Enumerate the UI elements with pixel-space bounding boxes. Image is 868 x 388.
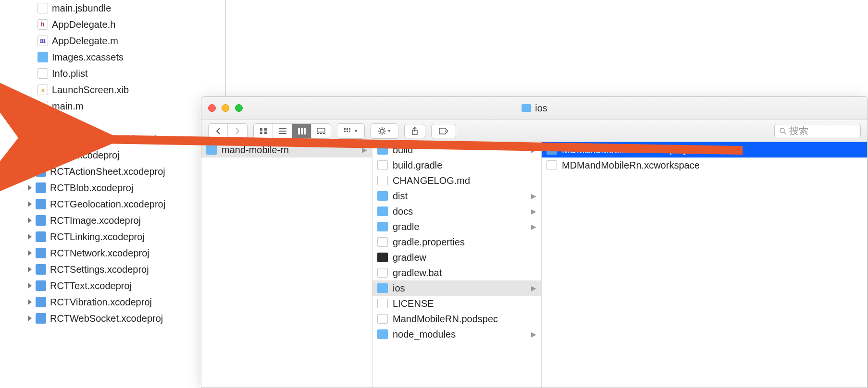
file-label: gradle.properties [393,237,465,248]
action-button[interactable]: ▾ [371,124,398,138]
tree-row[interactable]: Images.xcassets [0,49,225,65]
svg-line-27 [379,133,380,133]
tags-button[interactable] [431,124,456,138]
finder-column-1: mand-mobile-rn▶ [201,142,372,388]
gallery-view-button[interactable] [311,124,331,138]
tree-row[interactable]: RCTGeolocation.xcodeproj [0,196,225,212]
folder-icon [206,145,217,155]
tree-row[interactable]: Info.plist [0,65,225,82]
finder-row[interactable]: LICENSE [372,296,541,311]
tree-row[interactable]: RCTNetwork.xcodeproj [0,245,225,261]
file-label: RCTImage.xcodeproj [50,215,141,226]
file-label: dist [393,191,408,202]
finder-row[interactable]: mand-mobile-rn▶ [201,142,372,158]
chevron-right-icon: ▶ [362,146,367,154]
disclosure-right-icon[interactable] [26,282,34,290]
finder-row[interactable]: MDMandMobileRn.xcodeproj [542,142,867,158]
finder-row[interactable]: dist▶ [372,188,541,204]
arrange-button[interactable]: ▾ [337,124,364,138]
back-button[interactable] [209,124,228,138]
file-label: RCTActionSheet.xcodeproj [50,166,165,177]
svg-rect-17 [344,131,346,132]
tree-row[interactable]: RCTAnimation.xcodeproj [0,131,225,147]
list-view-button[interactable] [273,124,292,138]
finder-titlebar[interactable]: ios [201,97,868,120]
svg-rect-10 [317,128,325,132]
finder-row[interactable]: build.gradle [372,158,541,173]
document-icon [377,299,388,308]
finder-row[interactable]: ios▶ [372,280,541,296]
tree-row[interactable]: mAppDelegate.m [0,33,225,49]
tree-row[interactable]: RCTVibration.xcodeproj [0,294,225,310]
share-button[interactable] [404,124,425,138]
forward-button[interactable] [228,124,247,138]
finder-row[interactable]: node_modules▶ [372,327,541,342]
file-label: React.xcodeproj [50,150,120,161]
tree-row[interactable]: main.jsbundle [0,0,225,16]
minimize-button[interactable] [222,104,229,112]
icon-view-button[interactable] [254,124,273,138]
tree-row[interactable]: RCTSettings.xcodeproj [0,261,225,278]
tree-row[interactable]: mmain.m [0,98,225,114]
tree-row[interactable]: RCTActionSheet.xcodeproj [0,163,225,180]
finder-column-3: MDMandMobileRn.xcodeprojMDMandMobileRn.x… [542,142,868,388]
xib-icon: x [37,85,48,95]
chevron-right-icon: ▶ [531,192,536,200]
disclosure-right-icon[interactable] [26,315,34,322]
tree-row[interactable]: RCTLinking.xcodeproj [0,229,225,245]
finder-row[interactable]: build▶ [372,142,541,158]
svg-rect-13 [323,133,325,134]
tree-group-libraries[interactable]: Libraries [0,114,225,131]
tree-row[interactable]: RCTWebSocket.xcodeproj [0,310,225,327]
tree-row[interactable]: RCTText.xcodeproj [0,278,225,294]
disclosure-right-icon[interactable] [26,151,34,159]
disclosure-right-icon[interactable] [26,233,34,241]
document-icon [377,160,388,170]
finder-row[interactable]: MDMandMobileRn.xcworkspace [542,158,867,173]
finder-row[interactable]: gradlew [372,250,541,265]
disclosure-down-icon[interactable] [14,119,22,126]
svg-rect-1 [264,128,267,131]
svg-rect-3 [264,132,267,134]
tree-row[interactable]: hAppDelegate.h [0,16,225,33]
tree-row[interactable]: RCTImage.xcodeproj [0,212,225,229]
column-view-button[interactable] [292,124,311,138]
disclosure-right-icon[interactable] [26,200,34,208]
file-label: build [393,145,413,156]
folder-icon [24,117,35,128]
file-label: RCTNetwork.xcodeproj [50,248,149,259]
disclosure-right-icon[interactable] [26,266,34,273]
finder-row[interactable]: MandMobileRN.podspec [372,311,541,327]
tree-row[interactable]: xLaunchScreen.xib [0,82,225,98]
svg-point-32 [780,128,784,133]
folder-icon [521,104,531,112]
svg-point-20 [380,129,384,133]
file-label: RCTBlob.xcodeproj [50,182,133,194]
disclosure-right-icon[interactable] [26,168,34,175]
folder-icon [377,222,388,231]
finder-columns: mand-mobile-rn▶ build▶build.gradleCHANGE… [201,142,868,388]
tree-row[interactable]: React.xcodeproj [0,147,225,163]
xcodeproj-icon [36,248,46,258]
disclosure-right-icon[interactable] [26,249,34,257]
file-label: main.m [52,101,84,112]
file-label: node_modules [393,329,456,340]
svg-line-26 [384,133,385,133]
finder-row[interactable]: gradle.properties [372,234,541,250]
zoom-button[interactable] [235,104,243,112]
file-label: MandMobileRN.podspec [393,314,498,325]
finder-toolbar: ▾ ▾ 搜索 [201,120,868,142]
finder-row[interactable]: docs▶ [372,204,541,219]
disclosure-right-icon[interactable] [26,184,34,192]
tree-row[interactable]: RCTBlob.xcodeproj [0,180,225,196]
finder-row[interactable]: gradle▶ [372,219,541,234]
finder-row[interactable]: gradlew.bat [372,265,541,280]
file-h-icon: h [37,19,48,30]
disclosure-right-icon[interactable] [26,217,34,224]
disclosure-right-icon[interactable] [26,135,34,143]
folder-icon [377,206,388,216]
disclosure-right-icon[interactable] [26,298,34,306]
close-button[interactable] [208,104,216,112]
finder-row[interactable]: CHANGELOG.md [372,173,541,188]
search-field[interactable]: 搜索 [774,124,861,138]
